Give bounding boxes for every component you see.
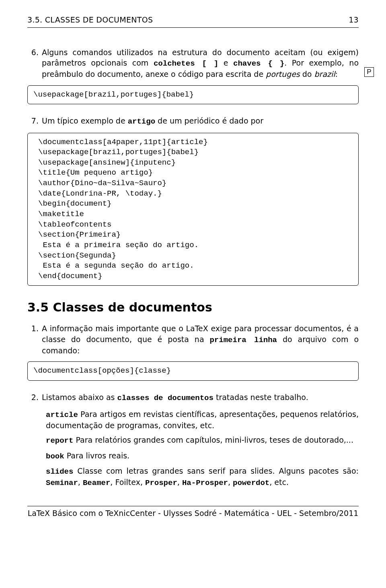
list-body: Listamos abaixo as classes de documentos…: [42, 392, 359, 403]
header-section: 3.5. CLASSES DE DOCUMENTOS: [27, 15, 153, 24]
code-block-2: \documentclass[a4paper,11pt]{article} \u…: [27, 133, 359, 286]
desc-report: report Para relatórios grandes com capít…: [46, 435, 359, 446]
term-book: book: [46, 452, 64, 461]
desc-article: article Para artigos em revistas científ…: [46, 409, 359, 431]
desc-body: Para relatórios grandes com capítulos, m…: [73, 435, 353, 444]
desc-book: book Para livros reais.: [46, 450, 359, 462]
text: :: [335, 70, 338, 78]
text: Um típico exemplo de: [42, 116, 128, 125]
desc-body: Para livros reais.: [64, 451, 129, 460]
list-body: Alguns comandos utilizados na estrutura …: [42, 47, 359, 80]
tt-colchetes: colchetes [ ]: [154, 59, 218, 68]
it-portuges: portuges: [266, 70, 300, 78]
text: ,: [177, 478, 182, 487]
code-block-3: \documentclass[opções]{classe}: [27, 361, 359, 381]
margin-note-p: P: [364, 67, 374, 77]
term-slides: slides: [46, 467, 73, 476]
tt-prosper: Prosper: [145, 479, 177, 487]
text: ,: [228, 478, 233, 487]
text: Listamos abaixo as: [42, 393, 117, 402]
list-item-7: 7. Um típico exemplo de artigo de um per…: [27, 116, 359, 127]
text: , Foiltex,: [110, 478, 145, 487]
desc-body: Para artigos em revistas científicas, ap…: [46, 410, 359, 430]
tt-beamer: Beamer: [83, 479, 110, 487]
text: de um periódico é dado por: [155, 116, 263, 125]
list-body: Um típico exemplo de artigo de um periód…: [42, 116, 359, 127]
text: ,: [78, 478, 83, 487]
text: tratadas neste trabalho.: [214, 393, 308, 402]
text: , etc.: [269, 478, 289, 487]
page: 3.5. CLASSES DE DOCUMENTOS 13 P 6. Algun…: [0, 0, 386, 588]
tt-chaves: chaves { }: [233, 59, 284, 68]
desc-slides: slides Classe com letras grandes sans se…: [46, 466, 359, 488]
header-page-number: 13: [349, 15, 359, 24]
list-item-2: 2. Listamos abaixo as classes de documen…: [27, 392, 359, 403]
list-marker: 1.: [27, 323, 42, 356]
tt-artigo: artigo: [128, 117, 155, 126]
term-article: article: [46, 411, 78, 419]
section-heading: 3.5 Classes de documentos: [27, 300, 359, 314]
text: Classe com letras grandes sans serif par…: [73, 466, 359, 475]
list-item-1: 1. A informação mais importante que o La…: [27, 323, 359, 356]
code-block-1: \usepackage[brazil,portuges]{babel}: [27, 85, 359, 105]
tt-haprosper: Ha-Prosper: [182, 479, 228, 487]
tt-classes: classes de documentos: [117, 394, 213, 402]
tt-seminar: Seminar: [46, 479, 78, 487]
list-item-6: 6. Alguns comandos utilizados na estrutu…: [27, 47, 359, 80]
term-report: report: [46, 436, 73, 445]
footer-rule: LaTeX Básico com o TeXnicCenter - Ulysse…: [27, 506, 359, 526]
list-marker: 2.: [27, 392, 42, 403]
text: e: [218, 58, 233, 67]
it-brazil: brazil: [314, 70, 335, 78]
list-marker: 6.: [27, 47, 42, 80]
list-marker: 7.: [27, 116, 42, 127]
text: do: [300, 70, 314, 78]
tt-powerdot: powerdot: [233, 479, 269, 487]
description-list: article Para artigos em revistas científ…: [46, 409, 359, 488]
list-body: A informação mais importante que o LaTeX…: [42, 323, 359, 356]
running-head: 3.5. CLASSES DE DOCUMENTOS 13: [27, 15, 359, 28]
footer-text: LaTeX Básico com o TeXnicCenter - Ulysse…: [27, 509, 359, 526]
tt-primeira-linha: primeira linha: [209, 336, 277, 345]
